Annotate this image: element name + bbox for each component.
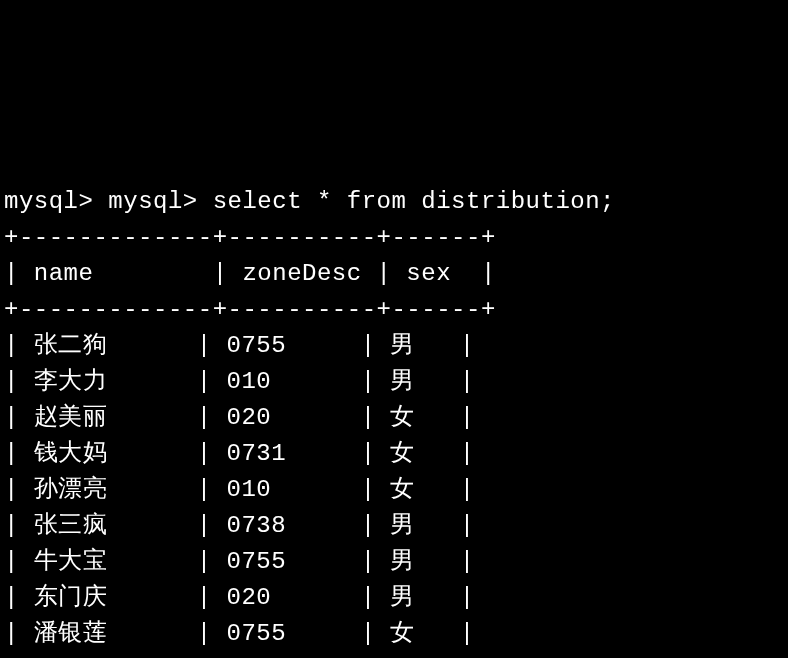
table-row: | 张二狗 | 0755 | 男 | xyxy=(4,332,475,359)
table-row: | 东门庆 | 020 | 男 | xyxy=(4,584,475,611)
table-row: | 潘银莲 | 0755 | 女 | xyxy=(4,620,475,647)
query-line: mysql> mysql> select * from distribution… xyxy=(4,188,615,215)
mysql-prompt: mysql> xyxy=(4,188,108,215)
table-row: | 李大力 | 010 | 男 | xyxy=(4,368,475,395)
table-row: | 孙漂亮 | 010 | 女 | xyxy=(4,476,475,503)
table-row: | 赵美丽 | 020 | 女 | xyxy=(4,404,475,431)
table-border-mid: +-------------+----------+------+ xyxy=(4,296,496,323)
mysql-prompt: mysql> xyxy=(108,188,212,215)
table-row: | 牛大宝 | 0755 | 男 | xyxy=(4,548,475,575)
table-row: | 钱大妈 | 0731 | 女 | xyxy=(4,440,475,467)
sql-query: select * from distribution; xyxy=(213,188,615,215)
table-body: | 张二狗 | 0755 | 男 | | 李大力 | 010 | 男 | | 赵… xyxy=(4,328,784,652)
table-row: | 张三疯 | 0738 | 男 | xyxy=(4,512,475,539)
table-header: | name | zoneDesc | sex | xyxy=(4,260,496,287)
table-border-top: +-------------+----------+------+ xyxy=(4,224,496,251)
terminal-output: mysql> mysql> select * from distribution… xyxy=(4,148,784,658)
